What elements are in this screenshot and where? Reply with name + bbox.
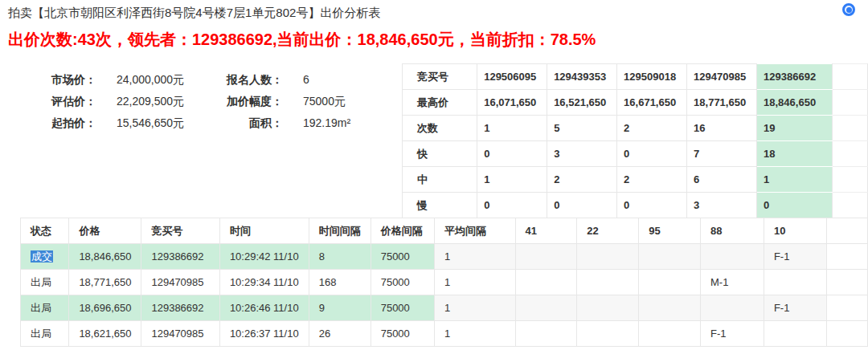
time-cell: 10:29:34 11/10 <box>219 270 309 295</box>
status-cell: 出局 <box>21 295 69 321</box>
price-cell: 18,846,650 <box>69 244 141 270</box>
table-cell <box>833 141 868 167</box>
mark-cell <box>701 295 764 321</box>
table-cell: 16,671,650 <box>617 90 687 116</box>
price-gap-cell: 75000 <box>371 244 434 270</box>
column-header-avg-gap: 平均间隔 <box>434 218 515 244</box>
bidder-cell: 129386692 <box>141 244 219 270</box>
auction-analysis-page: 拍卖【北京市朝阳区利泽西街8号院4号楼7层1单元802号】出价分析表 出价次数:… <box>0 0 868 350</box>
leader-cell: 1 <box>757 167 833 193</box>
table-cell <box>833 116 868 141</box>
info-label: 面积： <box>219 112 283 134</box>
bidder-cell: 129470985 <box>141 270 219 295</box>
table-cell: 129439353 <box>547 64 617 90</box>
time-gap-cell: 8 <box>309 244 371 270</box>
bid-row-2: 出局 18,771,650 129470985 10:29:34 11/10 1… <box>21 270 868 295</box>
mark-cell: M-1 <box>701 270 764 295</box>
table-cell: 0 <box>617 193 687 218</box>
mark-cell <box>639 321 701 347</box>
price-cell: 18,621,650 <box>69 321 141 347</box>
price-gap-cell: 75000 <box>371 270 434 295</box>
avg-gap-cell: 1 <box>434 295 515 321</box>
column-header-cut <box>827 218 868 244</box>
time-gap-cell: 168 <box>309 270 371 295</box>
mark-cell <box>577 295 639 321</box>
table-cell: 2 <box>617 167 687 193</box>
bidder-row-max-price: 最高价 16,071,650 16,521,650 16,671,650 18,… <box>403 90 868 116</box>
bidder-row-count: 次数 1 5 2 16 19 <box>403 116 868 141</box>
mark-cell <box>515 244 577 270</box>
price-gap-cell: 75000 <box>371 295 434 321</box>
target-dot-icon <box>846 7 852 13</box>
bid-row-1: 成交 18,846,650 129386692 10:29:42 11/10 8… <box>21 244 868 270</box>
mark-cell <box>701 244 764 270</box>
table-cell: 6 <box>687 167 757 193</box>
column-header-avg-5: 10 <box>764 218 826 244</box>
mark-cell: F-1 <box>764 295 826 321</box>
leader-cell: 19 <box>757 116 833 141</box>
mark-cell: F-1 <box>701 321 764 347</box>
float-target-icon[interactable] <box>842 3 855 16</box>
table-cell: 5 <box>547 116 617 141</box>
bid-history-header-row: 状态 价格 竞买号 时间 时间间隔 价格间隔 平均间隔 41 22 95 88 … <box>21 218 868 244</box>
bidder-row-slow: 慢 0 0 0 3 0 <box>403 193 868 218</box>
column-header-status: 状态 <box>21 218 69 244</box>
avg-gap-cell: 1 <box>434 244 515 270</box>
row-header: 快 <box>403 141 477 167</box>
table-cell: 0 <box>547 193 617 218</box>
row-header: 中 <box>403 167 477 193</box>
mark-cell <box>577 244 639 270</box>
row-header: 最高价 <box>403 90 477 116</box>
info-value: 15,546,650元 <box>117 116 184 129</box>
table-cell <box>833 167 868 193</box>
bidder-row-medium: 中 1 2 2 6 1 <box>403 167 868 193</box>
table-cell: 129509018 <box>617 64 687 90</box>
table-cell: 16,521,650 <box>547 90 617 116</box>
price-info-group: 市场价：24,000,000元 评估价：22,209,500元 起拍价：15,5… <box>32 69 184 134</box>
column-header-avg-4: 88 <box>701 218 764 244</box>
mark-cell <box>764 270 826 295</box>
table-cell: 0 <box>617 141 687 167</box>
table-cell: 7 <box>687 141 757 167</box>
table-cell: 129470985 <box>687 64 757 90</box>
table-cell: 0 <box>477 193 547 218</box>
bid-summary-line: 出价次数:43次，领先者：129386692,当前出价：18,846,650元，… <box>8 29 596 51</box>
table-cell: 16 <box>687 116 757 141</box>
status-cell: 出局 <box>21 321 69 347</box>
mark-cell <box>515 295 577 321</box>
table-cell: 2 <box>547 167 617 193</box>
avg-gap-cell: 1 <box>434 321 515 347</box>
info-value: 192.19m² <box>303 116 350 129</box>
cut-cell <box>827 244 868 270</box>
column-header-price-gap: 价格间隔 <box>371 218 434 244</box>
table-cell: 1 <box>477 116 547 141</box>
column-header-avg-2: 22 <box>577 218 639 244</box>
table-cell: 2 <box>617 116 687 141</box>
bidder-row-numbers: 竞买号 129506095 129439353 129509018 129470… <box>403 64 868 90</box>
bid-row-4: 出局 18,621,650 129470985 10:26:37 11/10 2… <box>21 321 868 347</box>
status-cell: 成交 <box>21 244 69 270</box>
info-label: 报名人数： <box>219 69 283 91</box>
mark-cell: F-1 <box>764 244 826 270</box>
mark-cell <box>577 321 639 347</box>
page-title: 拍卖【北京市朝阳区利泽西街8号院4号楼7层1单元802号】出价分析表 <box>8 6 380 21</box>
price-cell: 18,771,650 <box>69 270 141 295</box>
time-cell: 10:29:42 11/10 <box>219 244 309 270</box>
column-header-bidder: 竞买号 <box>141 218 219 244</box>
leader-cell: 129386692 <box>757 64 833 90</box>
table-cell: 1 <box>477 167 547 193</box>
auction-info-group: 报名人数：6 加价幅度：75000元 面积：192.19m² <box>219 69 350 134</box>
status-cell: 出局 <box>21 270 69 295</box>
price-gap-cell: 75000 <box>371 321 434 347</box>
column-header-price: 价格 <box>69 218 141 244</box>
leader-cell: 18,846,650 <box>757 90 833 116</box>
bidder-row-fast: 快 0 3 0 7 18 <box>403 141 868 167</box>
mark-cell <box>515 270 577 295</box>
info-value: 24,000,000元 <box>117 73 184 86</box>
column-header-time-gap: 时间间隔 <box>309 218 371 244</box>
cut-cell <box>827 295 868 321</box>
table-cell: 18,771,650 <box>687 90 757 116</box>
table-cell: 3 <box>547 141 617 167</box>
table-cell: 16,071,650 <box>477 90 547 116</box>
status-selected-text: 成交 <box>31 250 53 262</box>
